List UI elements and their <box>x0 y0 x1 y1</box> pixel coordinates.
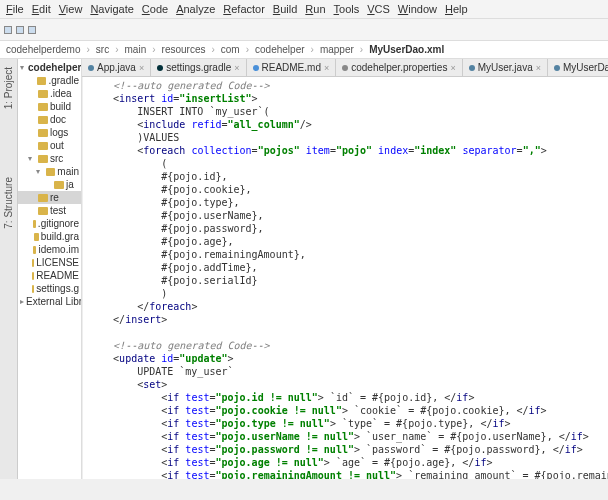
menu-navigate[interactable]: Navigate <box>90 3 133 15</box>
tree-node[interactable]: LICENSE <box>18 256 81 269</box>
folder-icon <box>37 77 46 85</box>
tree-node[interactable]: .gradle <box>18 74 81 87</box>
tree-node[interactable]: settings.g <box>18 282 81 295</box>
menu-run[interactable]: Run <box>305 3 325 15</box>
close-icon[interactable]: × <box>139 63 144 73</box>
chevron-down-icon: ▾ <box>36 167 44 176</box>
tree-external-libs[interactable]: ▸ External Libr <box>18 295 81 308</box>
tree-node[interactable]: re <box>18 191 81 204</box>
toolbar-icon[interactable] <box>28 26 36 34</box>
tree-node[interactable]: build <box>18 100 81 113</box>
tool-tab-structure[interactable]: 7: Structure <box>2 173 15 233</box>
chevron-right-icon <box>358 44 365 55</box>
folder-icon <box>54 181 64 189</box>
breadcrumb-item[interactable]: mapper <box>320 44 354 55</box>
tool-tab-project[interactable]: 1: Project <box>2 63 15 113</box>
file-icon <box>33 220 36 228</box>
close-icon[interactable]: × <box>324 63 329 73</box>
menubar: FileEditViewNavigateCodeAnalyzeRefactorB… <box>0 0 608 19</box>
tree-label: doc <box>50 114 66 125</box>
folder-icon <box>46 168 56 176</box>
tree-node[interactable]: logs <box>18 126 81 139</box>
tree-label: test <box>50 205 66 216</box>
breadcrumb-item[interactable]: codehelperdemo <box>6 44 81 55</box>
breadcrumb-item[interactable]: main <box>125 44 147 55</box>
tree-node[interactable]: ▾ main <box>18 165 81 178</box>
tree-node[interactable]: out <box>18 139 81 152</box>
chevron-down-icon: ▾ <box>20 63 24 72</box>
tree-label: src <box>50 153 63 164</box>
tree-label: codehelperd <box>28 62 81 73</box>
code-editor[interactable]: <!--auto generated Code--> <insert id="i… <box>82 77 608 479</box>
tree-node[interactable]: README <box>18 269 81 282</box>
tree-node[interactable]: idemo.im <box>18 243 81 256</box>
left-tool-strip: 1: Project 7: Structure <box>0 59 18 479</box>
chevron-right-icon: ▸ <box>20 297 24 306</box>
menu-code[interactable]: Code <box>142 3 168 15</box>
tree-node[interactable]: ja <box>18 178 81 191</box>
menu-analyze[interactable]: Analyze <box>176 3 215 15</box>
menu-refactor[interactable]: Refactor <box>223 3 265 15</box>
tree-node[interactable]: doc <box>18 113 81 126</box>
menu-edit[interactable]: Edit <box>32 3 51 15</box>
tree-root[interactable]: ▾ codehelperd <box>18 61 81 74</box>
menu-view[interactable]: View <box>59 3 83 15</box>
menu-file[interactable]: File <box>6 3 24 15</box>
editor-tab[interactable]: MyUser.java× <box>463 59 548 76</box>
tab-label: MyUserDao.java <box>563 62 608 73</box>
tree-label: out <box>50 140 64 151</box>
menu-tools[interactable]: Tools <box>334 3 360 15</box>
tree-node[interactable]: test <box>18 204 81 217</box>
tree-label: .gradle <box>48 75 79 86</box>
tree-label: README <box>36 270 79 281</box>
chevron-right-icon <box>150 44 157 55</box>
folder-icon <box>38 142 48 150</box>
close-icon[interactable]: × <box>536 63 541 73</box>
menu-help[interactable]: Help <box>445 3 468 15</box>
editor-tab[interactable]: App.java× <box>82 59 151 76</box>
editor-tab[interactable]: MyUserDao.java× <box>548 59 608 76</box>
tree-node[interactable]: build.gra <box>18 230 81 243</box>
toolbar-icon[interactable] <box>4 26 12 34</box>
tree-node[interactable]: .gitignore <box>18 217 81 230</box>
breadcrumb-item[interactable]: com <box>221 44 240 55</box>
tree-label: main <box>57 166 79 177</box>
editor-tab[interactable]: codehelper.properties× <box>336 59 462 76</box>
close-icon[interactable]: × <box>450 63 455 73</box>
tree-label: .gitignore <box>38 218 79 229</box>
java-icon <box>88 65 94 71</box>
tab-label: settings.gradle <box>166 62 231 73</box>
file-icon <box>32 285 34 293</box>
editor-tab[interactable]: README.md× <box>247 59 337 76</box>
java-icon <box>469 65 475 71</box>
breadcrumb-item[interactable]: src <box>96 44 109 55</box>
menu-window[interactable]: Window <box>398 3 437 15</box>
folder-icon <box>38 194 48 202</box>
tree-node[interactable]: ▾ src <box>18 152 81 165</box>
folder-icon <box>38 155 48 163</box>
project-tree[interactable]: ▾ codehelperd .gradle .idea build doc lo… <box>18 59 82 479</box>
tab-label: README.md <box>262 62 321 73</box>
tab-label: App.java <box>97 62 136 73</box>
chevron-right-icon <box>85 44 92 55</box>
editor-tab[interactable]: settings.gradle× <box>151 59 246 76</box>
file-icon <box>32 259 34 267</box>
props-icon <box>342 65 348 71</box>
toolbar-icon[interactable] <box>16 26 24 34</box>
folder-icon <box>38 129 48 137</box>
close-icon[interactable]: × <box>234 63 239 73</box>
tree-node[interactable]: .idea <box>18 87 81 100</box>
toolbar <box>0 19 608 41</box>
breadcrumb-current: MyUserDao.xml <box>369 44 444 55</box>
tree-label: build.gra <box>41 231 79 242</box>
chevron-right-icon <box>113 44 120 55</box>
menu-build[interactable]: Build <box>273 3 297 15</box>
folder-icon <box>38 207 48 215</box>
breadcrumb-item[interactable]: codehelper <box>255 44 304 55</box>
breadcrumb-item[interactable]: resources <box>162 44 206 55</box>
tree-label: LICENSE <box>36 257 79 268</box>
tree-label: idemo.im <box>38 244 79 255</box>
menu-vcs[interactable]: VCS <box>367 3 390 15</box>
file-icon <box>33 246 37 254</box>
tree-label: build <box>50 101 71 112</box>
